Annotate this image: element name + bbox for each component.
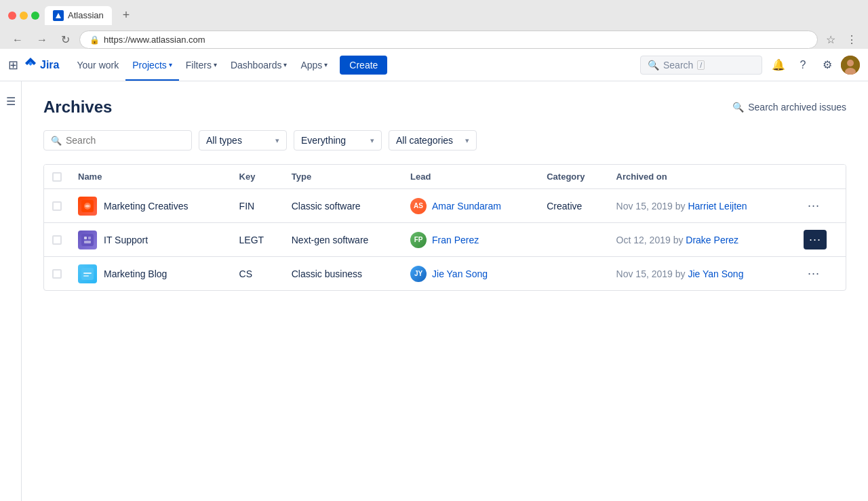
svg-rect-6	[84, 237, 87, 239]
type-filter[interactable]: All types ▾	[199, 130, 287, 151]
filter-search-icon: 🔍	[51, 136, 62, 146]
col-lead: Lead	[402, 165, 538, 189]
search-slash-shortcut: /	[697, 60, 705, 70]
table-row: IT Support LEGT Next-gen software FP Fra…	[44, 223, 846, 257]
archived-by-link-1[interactable]: Drake Perez	[686, 235, 738, 245]
nav-links: Your work Projects ▾ Filters ▾ Dashboard…	[70, 49, 387, 81]
everything-filter[interactable]: Everything ▾	[294, 130, 382, 151]
grid-icon[interactable]: ⊞	[8, 58, 18, 73]
row-project-name-0: Marketing Creatives	[104, 201, 189, 212]
archived-date-1: Oct 12, 2019 by	[616, 235, 686, 245]
search-archived-link[interactable]: 🔍 Search archived issues	[732, 102, 846, 113]
nav-search-text: Search	[663, 60, 693, 71]
categories-filter-label: All categories	[396, 135, 453, 146]
categories-filter-caret: ▾	[465, 136, 469, 145]
archived-by-link-0[interactable]: Harriet Leijten	[688, 201, 747, 212]
jira-logo-text: Jira	[40, 59, 59, 71]
row-lead-0: AS Amar Sundaram	[402, 189, 538, 223]
notifications-button[interactable]: 🔔	[768, 54, 789, 76]
sidebar-toggle-button[interactable]: ☰	[3, 92, 18, 111]
settings-button[interactable]: ⚙	[816, 54, 838, 76]
row-checkbox-1[interactable]	[52, 235, 62, 245]
apps-link[interactable]: Apps ▾	[294, 49, 334, 81]
page-title: Archives	[43, 98, 112, 117]
table-row: Marketing Blog CS Classic business JY Ji…	[44, 257, 846, 291]
browser-chrome: Atlassian + ← → ↻ 🔒 https://www.atlassia…	[0, 0, 868, 49]
reload-button[interactable]: ↻	[57, 31, 74, 49]
col-category: Category	[538, 165, 608, 189]
filters-link[interactable]: Filters ▾	[179, 49, 224, 81]
select-all-checkbox[interactable]	[52, 172, 62, 182]
row-key-1: LEGT	[231, 223, 283, 257]
type-filter-caret: ▾	[275, 136, 279, 145]
type-filter-label: All types	[206, 135, 242, 146]
filters-row: 🔍 All types ▾ Everything ▾ All categorie…	[43, 130, 846, 151]
row-archived-2: Nov 15, 2019 by Jie Yan Song	[608, 257, 795, 291]
ellipsis-icon-2: ···	[808, 266, 820, 280]
bookmark-button[interactable]: ☆	[823, 31, 838, 49]
row-project-name-1: IT Support	[104, 235, 148, 245]
actions-button-1[interactable]: ···	[804, 230, 827, 249]
your-work-link[interactable]: Your work	[70, 49, 125, 81]
jira-logo-icon	[24, 56, 37, 73]
row-checkbox-cell-2	[44, 257, 70, 291]
sidebar-toggle: ☰	[0, 81, 22, 501]
archived-by-link-2[interactable]: Jie Yan Song	[688, 268, 743, 279]
address-bar[interactable]: 🔒 https://www.atlassian.com	[79, 31, 818, 49]
row-checkbox-cell-1	[44, 223, 70, 257]
dashboards-link[interactable]: Dashboards ▾	[224, 49, 294, 81]
menu-button[interactable]: ⋮	[844, 31, 860, 49]
avatar[interactable]	[841, 56, 860, 75]
svg-rect-7	[88, 237, 91, 239]
project-icon-2	[78, 264, 97, 283]
row-type-0: Classic software	[283, 189, 402, 223]
search-input[interactable]	[66, 135, 184, 146]
table-header-row: Name Key Type Lead Category Archived on	[44, 165, 846, 189]
row-key-2: CS	[231, 257, 283, 291]
search-filter[interactable]: 🔍	[43, 130, 192, 151]
project-icon-0	[78, 197, 97, 216]
row-archived-0: Nov 15, 2019 by Harriet Leijten	[608, 189, 795, 223]
row-actions-1: ···	[795, 223, 846, 257]
url-text: https://www.atlassian.com	[104, 35, 205, 45]
everything-filter-caret: ▾	[370, 136, 374, 145]
row-checkbox-0[interactable]	[52, 201, 62, 211]
projects-link[interactable]: Projects ▾	[125, 49, 179, 81]
row-archived-1: Oct 12, 2019 by Drake Perez	[608, 223, 795, 257]
browser-actions: ☆ ⋮	[823, 31, 860, 49]
table-head: Name Key Type Lead Category Archived on	[44, 165, 846, 189]
row-type-2: Classic business	[283, 257, 402, 291]
lead-avatar-1: FP	[410, 232, 427, 248]
categories-filter[interactable]: All categories ▾	[389, 130, 477, 151]
new-tab-button[interactable]: +	[117, 5, 136, 25]
main-content: Archives 🔍 Search archived issues 🔍 All …	[22, 81, 868, 501]
svg-point-1	[847, 60, 854, 66]
forward-button[interactable]: →	[33, 31, 52, 49]
row-checkbox-cell-0	[44, 189, 70, 223]
row-key-0: FIN	[231, 189, 283, 223]
actions-button-2[interactable]: ···	[804, 264, 824, 283]
help-button[interactable]: ?	[792, 54, 814, 76]
lead-avatar-2: JY	[410, 266, 427, 282]
svg-rect-5	[81, 234, 94, 246]
browser-tab[interactable]: Atlassian	[45, 6, 112, 25]
minimize-dot[interactable]	[20, 12, 28, 20]
jira-logo[interactable]: Jira	[24, 56, 59, 73]
back-button[interactable]: ←	[8, 31, 27, 49]
row-category-1	[538, 223, 608, 257]
close-dot[interactable]	[8, 12, 16, 20]
lead-name-0[interactable]: Amar Sundaram	[432, 201, 501, 212]
row-name-1: IT Support	[70, 223, 231, 257]
table-body: Marketing Creatives FIN Classic software…	[44, 189, 846, 291]
page-container: ☰ Archives 🔍 Search archived issues 🔍 Al…	[0, 81, 868, 501]
search-archived-icon: 🔍	[732, 102, 744, 113]
actions-button-0[interactable]: ···	[804, 196, 824, 216]
maximize-dot[interactable]	[31, 12, 39, 20]
page-header: Archives 🔍 Search archived issues	[43, 98, 846, 117]
nav-search[interactable]: 🔍 Search /	[640, 56, 762, 75]
row-checkbox-2[interactable]	[52, 269, 62, 279]
lead-name-2[interactable]: Jie Yan Song	[432, 268, 488, 279]
create-button[interactable]: Create	[340, 56, 387, 75]
lead-name-1[interactable]: Fran Perez	[432, 235, 479, 245]
archived-date-0: Nov 15, 2019 by	[616, 201, 688, 212]
